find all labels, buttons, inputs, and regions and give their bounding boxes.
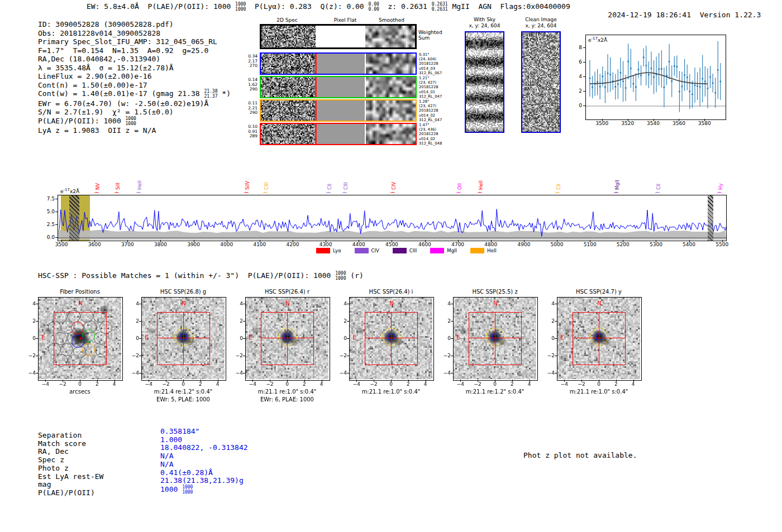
catalog-position-marker: [596, 334, 602, 340]
fiber-annotation: 312_RL_047: [419, 118, 452, 122]
zoom-xtick-label: 3500: [595, 121, 608, 126]
match-row-value: N/A: [160, 452, 248, 461]
fiber-circle: [68, 354, 80, 367]
cutout-ytick-label: −2: [339, 353, 347, 358]
cutout-ytick-mark: [347, 338, 349, 339]
cutout-ytick-label: 0: [235, 336, 243, 341]
emission-line-label-hy: Hy: [718, 166, 724, 190]
smoothed-noise-image: [366, 54, 416, 74]
sky-title-text: Clean Image: [521, 17, 561, 23]
fiber-circle: [93, 354, 106, 367]
zoom-ytick-label: 0: [575, 103, 582, 108]
cutout-hsc-r: NE: [245, 297, 330, 381]
spectrum-xtick-mark: [524, 240, 524, 242]
spec2d-segment-smoothed: [366, 100, 416, 121]
fiber-annotation: 1.28": [419, 99, 452, 104]
emission-line-marker: (: [390, 191, 395, 194]
hsc-matches-fraction: 10001000: [335, 271, 346, 281]
cutout-hsc-g: NE: [141, 297, 226, 381]
cutout-ytick-label: 2: [28, 318, 36, 324]
spectrum-xtick-mark: [590, 240, 590, 242]
fiber-row-left-stats: 0.141.62290: [237, 78, 258, 92]
zoom-xtick-mark: [679, 119, 679, 121]
cutout-hsc-z: NE: [453, 297, 538, 381]
sky-title-text: With Sky: [465, 17, 504, 23]
match-table-values: 0.358184"1.00018.040822, -0.313842N/AN/A…: [160, 428, 248, 495]
cutout-caption: m:21.4 re:1.2" s:0.4": [154, 389, 213, 395]
cutout-ytick-label: −2: [235, 353, 243, 358]
legend-label: MgII: [447, 248, 457, 253]
info-line-text: λ = 3535.48Å σ = 15.12(±2.78)Å: [38, 64, 174, 72]
cutout-xtick-label: −2: [59, 381, 66, 387]
cutout-xtick-label: 0: [78, 381, 82, 387]
match-value-text: N/A: [160, 460, 173, 468]
match-table-labels: SeparationMatch scoreRA, DecSpec zPhoto …: [38, 432, 103, 497]
fiber-annotation: (23, 427): [419, 80, 452, 85]
cutout-ytick-mark: [139, 304, 141, 304]
cutout-xtick-label: 0: [285, 381, 289, 387]
spec2d-segment-smoothed: [366, 54, 416, 74]
smoothed-noise-image: [365, 26, 415, 47]
emission-line-label-oii: OII: [457, 166, 463, 190]
spectrum-ytick-label: 7.5: [45, 196, 55, 202]
fiber-stat: 270: [237, 64, 258, 69]
cutout-xtick-mark: [374, 380, 374, 382]
fiber-row-left-stats: 0.342.17270: [237, 54, 258, 69]
match-value-text: 0.41(±0.28)Å: [160, 468, 213, 477]
cutout-ytick-label: −2: [131, 353, 139, 358]
fiber-annotation: 1.21": [419, 76, 452, 80]
cutout-ytick-label: 2: [547, 318, 555, 324]
info-line-text: Primary Spec_Slot_IFU_AMP: 312_045_065_R…: [38, 37, 217, 46]
fiber-circle-orange: [82, 343, 95, 356]
catalog-position-marker: [180, 334, 187, 340]
smoothed-noise-image: [366, 100, 416, 121]
cutout-ytick-mark: [243, 373, 245, 373]
hsc-matches-line: HSC-SSP : Possible Matches = 1 (within +…: [38, 271, 364, 281]
compass-east-label: E: [560, 334, 564, 341]
emission-line-label-nv: NV: [95, 166, 101, 190]
spectrum-xtick-label: 4600: [418, 242, 431, 247]
cutout-ytick-label: −2: [547, 353, 555, 358]
spectrum-xtick-mark: [656, 240, 656, 242]
fiber-annotation: 20181228: [419, 132, 452, 136]
fiber-annotation: 312_RL_047: [419, 94, 452, 99]
cutout-xtick-label: 0: [597, 381, 600, 387]
spectrum-xtick-label: 4900: [517, 242, 530, 247]
info-line: ID: 3090052828 (3090052828.pdf): [38, 20, 231, 29]
spectrum-xtick-mark: [293, 240, 293, 242]
fiber-row-annotations: 1.47"(23, 436)20181228v014_02312_RL_048: [419, 123, 452, 146]
info-line-text: ID: 3090052828 (3090052828.pdf): [38, 20, 174, 28]
emission-line-marker: (: [655, 191, 660, 194]
cutout-ytick-mark: [139, 321, 141, 322]
cutout-ytick-mark: [36, 356, 38, 356]
zoom-ytick-label: 6: [575, 59, 582, 65]
legend-label: CIV: [371, 248, 379, 253]
zoom-ytick-label: 4: [575, 74, 582, 79]
info-line: LineFlux = 2.90(±2.00)e-16: [38, 72, 231, 81]
spec2d-fiber-row: [260, 52, 417, 75]
catalog-position-marker: [284, 334, 290, 340]
fiber-annotation: v014_02: [419, 113, 452, 118]
legend-label: HeII: [487, 248, 497, 253]
compass-north-label: N: [285, 300, 289, 306]
cutout-xtick-label: 4: [113, 381, 116, 387]
cutout-ytick-mark: [451, 356, 453, 356]
cutout-ytick-mark: [243, 304, 245, 304]
spectrum-xtick-label: 3600: [88, 242, 101, 247]
spec2d-fiber-row: [260, 76, 417, 98]
cutout-xtick-label: 0: [389, 381, 393, 387]
match-row-label: mag: [38, 481, 103, 489]
cutout-ytick-mark: [555, 321, 557, 322]
zoom-xtick-mark: [654, 119, 654, 121]
compass-north-label: N: [182, 300, 185, 306]
spectrum-xtick-mark: [359, 240, 359, 242]
cutout-ytick-label: 0: [28, 336, 36, 341]
cutout-ytick-mark: [36, 304, 38, 304]
cutout-caption: m:21.1 re:1.2" s:0.4": [466, 389, 524, 395]
compass-north-label: N: [493, 300, 497, 306]
cutout-xtick-mark: [201, 380, 201, 382]
cutout-ytick-label: 4: [235, 301, 243, 306]
cutout-xtick-mark: [599, 380, 599, 382]
cutout-xtick-label: 4: [216, 381, 220, 387]
compass-east-label: E: [249, 334, 252, 341]
